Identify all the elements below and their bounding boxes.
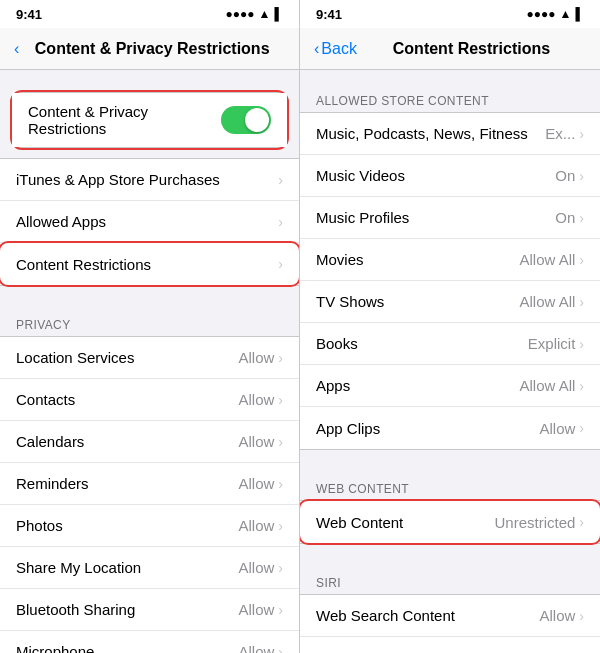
movies-chevron-icon: › <box>579 252 584 268</box>
photos-value: Allow <box>238 517 274 534</box>
store-list: Music, Podcasts, News, Fitness Ex... › M… <box>300 112 600 450</box>
bluetooth-sharing-label: Bluetooth Sharing <box>16 601 238 618</box>
movies-item[interactable]: Movies Allow All › <box>300 239 600 281</box>
right-back-chevron-icon: ‹ <box>314 40 319 58</box>
battery-icon: ▌ <box>274 7 283 21</box>
music-podcasts-label: Music, Podcasts, News, Fitness <box>316 125 545 142</box>
top-toggle-list: Content & Privacy Restrictions <box>12 92 287 148</box>
web-content-list: Web Content Unrestricted › <box>300 500 600 544</box>
music-videos-item[interactable]: Music Videos On › <box>300 155 600 197</box>
allowed-apps-item[interactable]: Allowed Apps › <box>0 201 299 243</box>
microphone-label: Microphone <box>16 643 238 653</box>
tv-shows-item[interactable]: TV Shows Allow All › <box>300 281 600 323</box>
bluetooth-sharing-item[interactable]: Bluetooth Sharing Allow › <box>0 589 299 631</box>
content-restrictions-chevron-icon: › <box>278 256 283 272</box>
reminders-label: Reminders <box>16 475 238 492</box>
right-nav-bar: ‹ Back Content Restrictions <box>300 28 600 70</box>
privacy-restrictions-label: Content & Privacy Restrictions <box>28 103 221 137</box>
tv-shows-chevron-icon: › <box>579 294 584 310</box>
movies-label: Movies <box>316 251 519 268</box>
contacts-chevron-icon: › <box>278 392 283 408</box>
music-podcasts-chevron-icon: › <box>579 126 584 142</box>
right-status-time: 9:41 <box>316 7 342 22</box>
apps-chevron-icon: › <box>579 378 584 394</box>
share-location-value: Allow <box>238 559 274 576</box>
contacts-label: Contacts <box>16 391 238 408</box>
privacy-header: PRIVACY <box>0 306 299 336</box>
web-content-chevron-icon: › <box>579 514 584 530</box>
music-profiles-item[interactable]: Music Profiles On › <box>300 197 600 239</box>
right-scroll-content: ALLOWED STORE CONTENT Music, Podcasts, N… <box>300 70 600 653</box>
privacy-restrictions-toggle[interactable] <box>221 106 271 134</box>
photos-item[interactable]: Photos Allow › <box>0 505 299 547</box>
reminders-value: Allow <box>238 475 274 492</box>
app-clips-chevron-icon: › <box>579 420 584 436</box>
music-profiles-chevron-icon: › <box>579 210 584 226</box>
explicit-language-label: Explicit Language <box>316 650 539 654</box>
right-back-label: Back <box>321 40 357 58</box>
apps-label: Apps <box>316 377 519 394</box>
reminders-chevron-icon: › <box>278 476 283 492</box>
web-content-label: Web Content <box>316 514 494 531</box>
explicit-language-item[interactable]: Explicit Language Allow › <box>300 637 600 653</box>
calendars-item[interactable]: Calendars Allow › <box>0 421 299 463</box>
left-status-time: 9:41 <box>16 7 42 22</box>
location-services-item[interactable]: Location Services Allow › <box>0 337 299 379</box>
privacy-list: Location Services Allow › Contacts Allow… <box>0 336 299 653</box>
content-restrictions-item[interactable]: Content Restrictions › <box>0 243 299 285</box>
music-profiles-label: Music Profiles <box>316 209 555 226</box>
left-status-icons: ●●●● ▲ ▌ <box>226 7 283 21</box>
web-content-header: WEB CONTENT <box>300 470 600 500</box>
contacts-item[interactable]: Contacts Allow › <box>0 379 299 421</box>
web-search-value: Allow <box>539 607 575 624</box>
privacy-group: PRIVACY Location Services Allow › Contac… <box>0 306 299 653</box>
right-status-bar: 9:41 ●●●● ▲ ▌ <box>300 0 600 28</box>
itunes-purchases-item[interactable]: iTunes & App Store Purchases › <box>0 159 299 201</box>
calendars-value: Allow <box>238 433 274 450</box>
right-back-button[interactable]: ‹ Back <box>314 40 357 58</box>
web-content-value: Unrestricted <box>494 514 575 531</box>
signal-icon: ●●●● <box>226 7 255 21</box>
right-nav-title: Content Restrictions <box>357 40 586 58</box>
right-status-icons: ●●●● ▲ ▌ <box>527 7 584 21</box>
calendars-chevron-icon: › <box>278 434 283 450</box>
web-content-item[interactable]: Web Content Unrestricted › <box>300 501 600 543</box>
share-location-item[interactable]: Share My Location Allow › <box>0 547 299 589</box>
web-content-group: WEB CONTENT Web Content Unrestricted › <box>300 470 600 544</box>
right-signal-icon: ●●●● <box>527 7 556 21</box>
menu-group: iTunes & App Store Purchases › Allowed A… <box>0 158 299 286</box>
right-panel: 9:41 ●●●● ▲ ▌ ‹ Back Content Restriction… <box>300 0 600 653</box>
left-nav-title: Content & Privacy Restrictions <box>19 40 285 58</box>
reminders-item[interactable]: Reminders Allow › <box>0 463 299 505</box>
web-search-item[interactable]: Web Search Content Allow › <box>300 595 600 637</box>
photos-label: Photos <box>16 517 238 534</box>
explicit-language-value: Allow <box>539 650 575 654</box>
left-scroll-content: Content & Privacy Restrictions iTunes & … <box>0 70 299 653</box>
books-item[interactable]: Books Explicit › <box>300 323 600 365</box>
photos-chevron-icon: › <box>278 518 283 534</box>
apps-item[interactable]: Apps Allow All › <box>300 365 600 407</box>
calendars-label: Calendars <box>16 433 238 450</box>
itunes-purchases-label: iTunes & App Store Purchases <box>16 171 278 188</box>
books-label: Books <box>316 335 528 352</box>
web-search-chevron-icon: › <box>579 608 584 624</box>
left-status-bar: 9:41 ●●●● ▲ ▌ <box>0 0 299 28</box>
menu-list: iTunes & App Store Purchases › Allowed A… <box>0 158 299 286</box>
share-location-label: Share My Location <box>16 559 238 576</box>
allowed-store-group: ALLOWED STORE CONTENT Music, Podcasts, N… <box>300 82 600 450</box>
share-location-chevron-icon: › <box>278 560 283 576</box>
music-podcasts-value: Ex... <box>545 125 575 142</box>
app-clips-item[interactable]: App Clips Allow › <box>300 407 600 449</box>
allowed-apps-label: Allowed Apps <box>16 213 278 230</box>
music-videos-chevron-icon: › <box>579 168 584 184</box>
app-clips-label: App Clips <box>316 420 539 437</box>
tv-shows-label: TV Shows <box>316 293 519 310</box>
music-podcasts-item[interactable]: Music, Podcasts, News, Fitness Ex... › <box>300 113 600 155</box>
allowed-store-header: ALLOWED STORE CONTENT <box>300 82 600 112</box>
apps-value: Allow All <box>519 377 575 394</box>
privacy-restrictions-toggle-item[interactable]: Content & Privacy Restrictions <box>12 93 287 147</box>
microphone-item[interactable]: Microphone Allow › <box>0 631 299 653</box>
movies-value: Allow All <box>519 251 575 268</box>
itunes-chevron-icon: › <box>278 172 283 188</box>
microphone-chevron-icon: › <box>278 644 283 654</box>
